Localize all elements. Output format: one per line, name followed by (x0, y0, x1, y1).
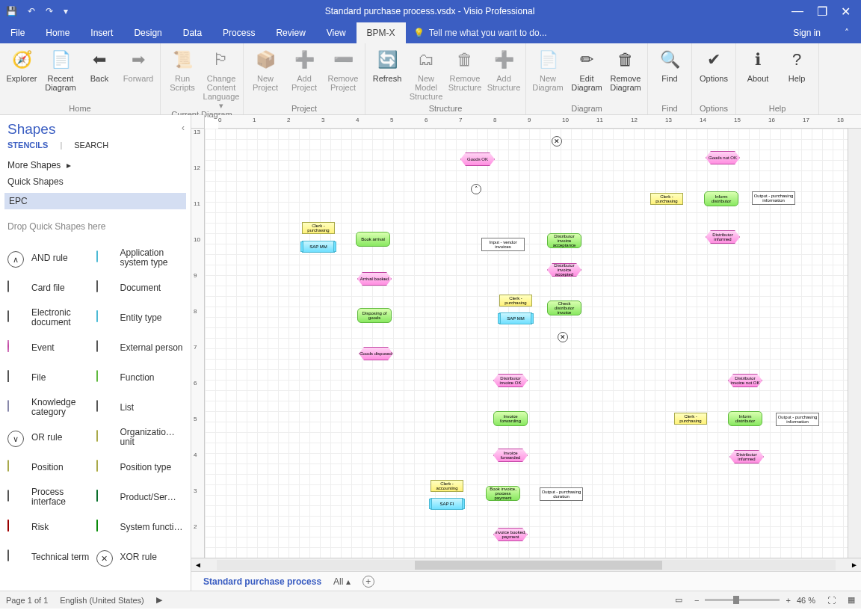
stencil-doc[interactable]: Document (96, 275, 184, 301)
stencil-card[interactable]: Card file (7, 275, 95, 301)
stencil-func[interactable]: Function (96, 365, 184, 390)
diagram-node[interactable]: Clerk - purchasing (302, 222, 335, 234)
page-tab-active[interactable]: Standard purchase process (203, 576, 321, 587)
diagram-node[interactable]: Check distributor invoice (547, 301, 581, 315)
diagram-node[interactable]: Goods not OK (706, 151, 740, 164)
diagram-node[interactable]: Disposing of goods (357, 308, 392, 323)
page-tab-all[interactable]: All ▴ (333, 576, 351, 587)
quick-shapes-link[interactable]: Quick Shapes (7, 173, 183, 190)
add-page-icon[interactable]: + (362, 576, 374, 588)
stencil-circV[interactable]: ∨OR rule (7, 425, 95, 450)
status-language[interactable]: English (United States) (60, 596, 144, 605)
tellme-input[interactable]: Tell me what you want to do... (429, 28, 547, 38)
zoom-slider[interactable] (705, 599, 780, 601)
diagram-node[interactable]: Output - purchasing information (752, 191, 795, 205)
ribbon-recent-diagram[interactable]: 📄Recent Diagram (42, 45, 79, 92)
menu-tab-review[interactable]: Review (265, 22, 315, 43)
stencil-entity[interactable]: Entity type (96, 305, 184, 330)
diagram-node[interactable]: Goods disposed (359, 347, 393, 360)
qat-more-icon[interactable]: ▾ (64, 6, 68, 16)
zoom-out-icon[interactable]: − (694, 596, 699, 605)
diagram-node[interactable]: Clerk - accounting (430, 480, 463, 492)
drawing-canvas[interactable]: Clerk - purchasingSAP MMBook arrivalArri… (205, 129, 848, 558)
zoom-level[interactable]: 46 % (797, 596, 815, 605)
scrollbar-horizontal[interactable]: ◄ ► (191, 558, 861, 571)
stencil-pos[interactable]: Position (7, 455, 95, 480)
stencil-sysf[interactable]: System functi… (96, 514, 184, 540)
diagram-node[interactable]: SAP MM (499, 312, 532, 324)
stencil-tech[interactable]: Technical term (7, 544, 95, 570)
undo-icon[interactable]: ↶ (28, 6, 35, 16)
stencil-circX[interactable]: ✕XOR rule (96, 544, 184, 570)
stencil-prod[interactable]: Product/Ser… (96, 484, 184, 510)
stencil-list[interactable]: List (96, 395, 184, 420)
diagram-node[interactable]: Distributor invoice acceptance (547, 233, 581, 248)
stencil-risk[interactable]: Risk (7, 514, 95, 540)
ribbon-back[interactable]: ⬅Back (81, 45, 118, 92)
diagram-node[interactable]: Book invoice, process payment (486, 486, 520, 501)
stencil-event[interactable]: Event (7, 335, 95, 360)
pan-zoom-icon[interactable]: ▦ (848, 595, 855, 605)
diagram-node[interactable]: Distributor invoice accepted (547, 263, 581, 277)
diagram-node[interactable]: Input - vendor invoices (481, 238, 525, 251)
diagram-node[interactable]: SAP FI (430, 498, 463, 510)
diagram-node[interactable]: ˄ (471, 184, 481, 194)
collapse-ribbon-icon[interactable]: ˄ (833, 22, 861, 43)
ribbon-options[interactable]: ✔Options (695, 45, 732, 83)
ribbon-remove-diagram[interactable]: 🗑Remove Diagram (607, 45, 644, 92)
diagram-node[interactable]: Invoice forwarding (493, 411, 528, 426)
scrollbar-vertical[interactable] (848, 129, 861, 558)
stencil-epc[interactable]: EPC (4, 193, 186, 209)
stencil-edoc[interactable]: Electronic document (7, 305, 95, 330)
diagram-node[interactable]: ✕ (558, 332, 568, 342)
ribbon-find[interactable]: 🔍Find (651, 45, 688, 83)
diagram-node[interactable]: Inform distributor (704, 191, 738, 206)
fit-window-icon[interactable]: ⛶ (827, 596, 836, 605)
presentation-mode-icon[interactable]: ▭ (675, 595, 682, 605)
stencil-proc[interactable]: Process interface (7, 484, 95, 510)
redo-icon[interactable]: ↷ (46, 6, 53, 16)
stencils-tab[interactable]: STENCILS (7, 141, 48, 150)
ribbon-help[interactable]: ?Help (778, 45, 815, 83)
menu-tab-bpm-x[interactable]: BPM-X (357, 22, 406, 43)
diagram-node[interactable]: Invoice booked, payment (493, 528, 528, 541)
sign-in-link[interactable]: Sign in (781, 22, 833, 43)
stencil-posy[interactable]: Position type (96, 455, 184, 480)
stencil-know[interactable]: Knowledge category (7, 395, 95, 420)
menu-tab-file[interactable]: File (0, 22, 35, 43)
diagram-node[interactable]: ✕ (552, 136, 562, 147)
menu-tab-view[interactable]: View (316, 22, 357, 43)
minimize-icon[interactable]: — (791, 4, 803, 18)
menu-tab-process[interactable]: Process (212, 22, 265, 43)
maximize-icon[interactable]: ❐ (817, 4, 827, 19)
diagram-node[interactable]: Output - purchasing duration (540, 487, 583, 501)
diagram-node[interactable]: Clerk - purchasing (650, 193, 683, 205)
zoom-in-icon[interactable]: + (786, 596, 790, 605)
diagram-node[interactable]: Book arrival (356, 232, 390, 247)
diagram-node[interactable]: Output - purchasing information (776, 413, 819, 426)
collapse-panel-icon[interactable]: ‹ (182, 123, 185, 133)
diagram-node[interactable]: Distributor invoice OK (493, 374, 528, 387)
stencil-org[interactable]: Organizatio… unit (96, 425, 184, 450)
menu-tab-design[interactable]: Design (123, 22, 172, 43)
stencil-appsys[interactable]: Application system type (96, 245, 184, 271)
macro-icon[interactable]: ▶ (156, 595, 162, 605)
diagram-node[interactable]: Distributor informed (729, 450, 764, 463)
search-tab[interactable]: SEARCH (74, 141, 108, 150)
ribbon-explorer[interactable]: 🧭Explorer (3, 45, 40, 92)
close-icon[interactable]: ✕ (841, 4, 851, 19)
diagram-node[interactable]: Distributor informed (706, 230, 740, 244)
save-icon[interactable]: 💾 (6, 6, 17, 16)
diagram-node[interactable]: Invoice forwarded (493, 449, 528, 462)
diagram-node[interactable]: Clerk - purchasing (499, 295, 532, 307)
stencil-file[interactable]: File (7, 365, 95, 390)
stencil-ext[interactable]: External person (96, 335, 184, 360)
more-shapes-link[interactable]: More Shapes▸ (7, 157, 183, 173)
diagram-node[interactable]: Distributor invoice not OK (728, 374, 762, 387)
diagram-node[interactable]: Inform distributor (728, 411, 762, 426)
ribbon-about[interactable]: ℹAbout (739, 45, 777, 83)
diagram-node[interactable]: Goods OK (460, 153, 495, 166)
ribbon-refresh[interactable]: 🔄Refresh (368, 45, 406, 101)
diagram-node[interactable]: Arrival booked (357, 272, 392, 286)
menu-tab-home[interactable]: Home (35, 22, 80, 43)
